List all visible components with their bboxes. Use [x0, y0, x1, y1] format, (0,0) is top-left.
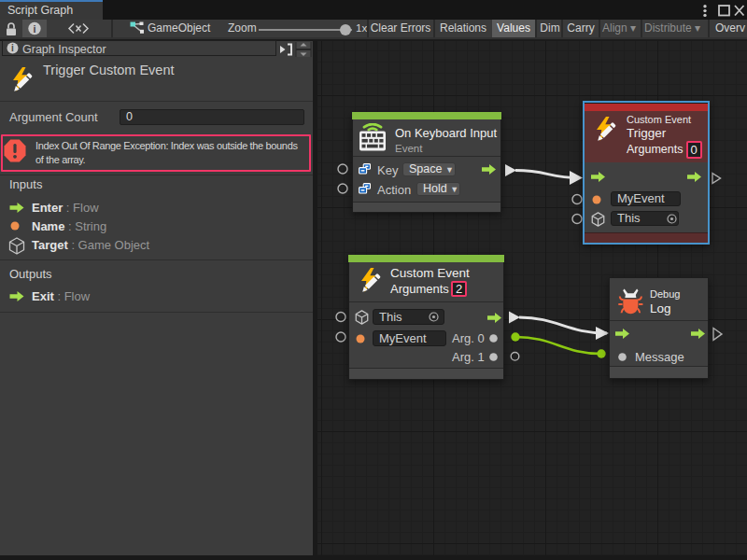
svg-text:i: i — [33, 23, 35, 35]
svg-text:i: i — [11, 43, 14, 53]
